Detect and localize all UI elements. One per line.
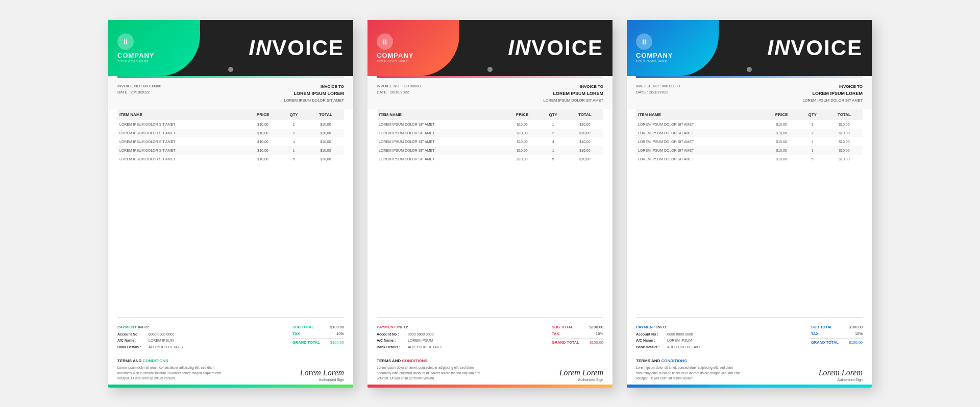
invoice-table-wrapper: ITEM NAMEPRICEQTYTOTALLOREM IPSUM DOLOR … — [108, 109, 353, 317]
invoice-number-date: INVOICE NO : 000 00000DATE : 20/10/2022 — [377, 83, 421, 105]
table-cell: $10,00 — [764, 146, 799, 155]
table-cell: $10,00 — [504, 120, 540, 129]
table-cell: 1 — [281, 146, 307, 155]
table-cell: LOREM IPSUM DOLOR SIT AMET — [636, 146, 764, 155]
invoice-title: INVOICE — [508, 36, 603, 60]
header-dot — [747, 67, 752, 72]
invoice-meta: INVOICE NO : 000 00000DATE : 20/10/2022I… — [108, 78, 353, 110]
table-header-qty: QTY — [281, 109, 307, 120]
company-name: COMPANY — [636, 52, 673, 58]
company-tagline: TITLE GOES HERE — [117, 59, 149, 62]
invoice-header: COMPANYTITLE GOES HEREINVOICE — [627, 20, 872, 76]
divider-line — [117, 317, 344, 318]
table-header-price: PRICE — [764, 109, 799, 120]
signature-section: Lorem LoremAuthorised Sign — [819, 368, 863, 381]
table-cell: LOREM IPSUM DOLOR SIT AMET — [636, 129, 764, 137]
header-dot — [228, 67, 233, 72]
table-cell: $10,00 — [245, 137, 280, 146]
invoice-card-blue: COMPANYTITLE GOES HEREINVOICEINVOICE NO … — [627, 20, 872, 388]
table-cell: $10,00 — [567, 129, 603, 137]
table-cell: LOREM IPSUM DOLOR SIT AMET — [377, 137, 504, 146]
table-row: LOREM IPSUM DOLOR SIT AMET$10,001$10,00 — [117, 120, 344, 129]
table-header-total: TOTAL — [307, 109, 344, 120]
table-row: LOREM IPSUM DOLOR SIT AMET$10,005$10,00 — [636, 155, 863, 163]
table-cell: LOREM IPSUM DOLOR SIT AMET — [377, 155, 504, 163]
table-row: LOREM IPSUM DOLOR SIT AMET$10,002$10,00 — [636, 129, 863, 137]
table-cell: $10,00 — [826, 129, 863, 137]
table-cell: $10,00 — [567, 155, 603, 163]
table-header-item-name: ITEM NAME — [636, 109, 764, 120]
table-cell: 1 — [281, 120, 307, 129]
payment-info: PAYMENT INFO: Account No : 0000 0000 000… — [636, 324, 701, 350]
table-cell: 4 — [799, 137, 826, 146]
invoice-number-date: INVOICE NO : 000 00000DATE : 20/10/2022 — [636, 83, 680, 105]
table-cell: $10,00 — [307, 155, 344, 163]
authorised-sign: Authorised Sign — [819, 378, 863, 381]
invoice-card-green: COMPANYTITLE GOES HEREINVOICEINVOICE NO … — [108, 20, 353, 388]
bottom-section: PAYMENT INFO: Account No : 0000 0000 000… — [627, 320, 872, 354]
table-row: LOREM IPSUM DOLOR SIT AMET$10,002$10,00 — [117, 129, 344, 137]
table-cell: LOREM IPSUM DOLOR SIT AMET — [377, 129, 504, 137]
table-header-qty: QTY — [799, 109, 826, 120]
terms-text: TERMS AND CONDITIONSLorem ipsum dolor si… — [377, 358, 484, 381]
table-cell: 5 — [540, 155, 567, 163]
company-name: COMPANY — [377, 52, 413, 58]
table-cell: LOREM IPSUM DOLOR SIT AMET — [117, 155, 245, 163]
table-header-price: PRICE — [504, 109, 540, 120]
footer-bar — [368, 385, 612, 388]
table-cell: 4 — [281, 137, 307, 146]
totals-section: SUB TOTAL $100.00 TAX 10% GRAND TOTAL $1… — [811, 324, 863, 346]
invoice-table: ITEM NAMEPRICEQTYTOTALLOREM IPSUM DOLOR … — [636, 109, 863, 163]
company-logo: COMPANYTITLE GOES HERE — [636, 33, 673, 62]
table-cell: $10,00 — [245, 120, 280, 129]
table-cell: LOREM IPSUM DOLOR SIT AMET — [636, 137, 764, 146]
signature-section: Lorem LoremAuthorised Sign — [300, 368, 344, 381]
invoice-number-date: INVOICE NO : 000 00000DATE : 20/10/2022 — [117, 83, 161, 105]
table-cell: $10,00 — [245, 129, 280, 137]
terms-text: TERMS AND CONDITIONSLorem ipsum dolor si… — [636, 358, 743, 381]
terms-text: TERMS AND CONDITIONSLorem ipsum dolor si… — [117, 358, 225, 381]
signature-section: Lorem LoremAuthorised Sign — [559, 368, 603, 381]
table-header-total: TOTAL — [567, 109, 603, 120]
footer-bar — [108, 385, 353, 388]
invoice-to: INVOICE TOLOREM IPSUM LOREMLOREM IPSUM D… — [803, 83, 863, 105]
totals-section: SUB TOTAL $100.00 TAX 10% GRAND TOTAL $1… — [552, 324, 603, 346]
footer-bar — [627, 385, 872, 388]
table-cell: 2 — [799, 129, 826, 137]
table-cell: 2 — [540, 129, 567, 137]
table-row: LOREM IPSUM DOLOR SIT AMET$10,002$10,00 — [377, 129, 603, 137]
terms-section: TERMS AND CONDITIONSLorem ipsum dolor si… — [108, 355, 353, 385]
invoice-card-red: COMPANYTITLE GOES HEREINVOICEINVOICE NO … — [368, 20, 612, 388]
table-row: LOREM IPSUM DOLOR SIT AMET$10,001$10,00 — [377, 146, 603, 155]
company-logo: COMPANYTITLE GOES HERE — [377, 33, 413, 62]
table-row: LOREM IPSUM DOLOR SIT AMET$10,001$10,00 — [636, 120, 863, 129]
company-icon — [636, 33, 652, 50]
signature-text: Lorem Lorem — [559, 368, 603, 377]
table-cell: 5 — [799, 155, 826, 163]
signature-text: Lorem Lorem — [300, 368, 344, 377]
header-dot — [487, 67, 493, 72]
table-cell: LOREM IPSUM DOLOR SIT AMET — [636, 155, 764, 163]
invoice-to: INVOICE TOLOREM IPSUM LOREMLOREM IPSUM D… — [284, 83, 344, 105]
table-cell: $10,00 — [504, 155, 540, 163]
table-cell: 1 — [540, 120, 567, 129]
table-cell: $10,00 — [764, 137, 799, 146]
table-cell: $10,00 — [764, 129, 799, 137]
table-cell: 1 — [799, 120, 826, 129]
table-header-total: TOTAL — [826, 109, 863, 120]
table-cell: 1 — [540, 146, 567, 155]
table-cell: $10,00 — [826, 146, 863, 155]
divider-line — [636, 317, 863, 318]
signature-text: Lorem Lorem — [819, 368, 863, 377]
table-row: LOREM IPSUM DOLOR SIT AMET$10,001$10,00 — [117, 146, 344, 155]
table-cell: $10,00 — [764, 155, 799, 163]
authorised-sign: Authorised Sign — [559, 378, 603, 381]
table-cell: 1 — [799, 146, 826, 155]
authorised-sign: Authorised Sign — [300, 378, 344, 381]
table-cell: $10,00 — [567, 137, 603, 146]
table-row: LOREM IPSUM DOLOR SIT AMET$10,004$10,00 — [636, 137, 863, 146]
table-row: LOREM IPSUM DOLOR SIT AMET$10,005$10,00 — [377, 155, 603, 163]
table-cell: 5 — [281, 155, 307, 163]
table-row: LOREM IPSUM DOLOR SIT AMET$10,005$10,00 — [117, 155, 344, 163]
invoice-title: INVOICE — [767, 36, 863, 60]
